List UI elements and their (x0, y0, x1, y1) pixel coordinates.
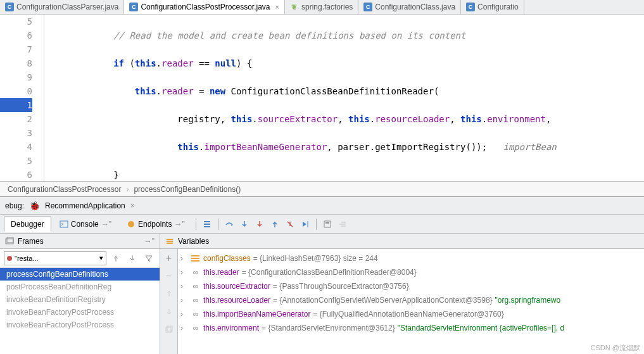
force-step-into-button[interactable] (253, 217, 267, 231)
object-icon: ∞ (191, 310, 201, 319)
expand-icon[interactable]: › (180, 321, 188, 335)
svg-rect-7 (166, 327, 171, 332)
close-icon[interactable]: × (130, 201, 135, 210)
code-area[interactable]: // Read the model and create bean defini… (44, 15, 644, 181)
variable-row[interactable]: ›∞this.reader = {ConfigurationClassBeanD… (180, 265, 641, 279)
close-icon[interactable]: × (275, 3, 279, 11)
watermark: CSDN @流烟默 (591, 343, 640, 353)
tab-label: spring.factories (301, 3, 353, 11)
frames-list[interactable]: processConfigBeanDefinitions postProcess… (0, 268, 160, 354)
variables-title: Variables (160, 234, 644, 249)
svg-point-1 (128, 221, 134, 227)
chevron-right-icon: › (126, 185, 129, 194)
drop-frame-button[interactable] (283, 217, 297, 231)
svg-rect-0 (60, 221, 68, 227)
line-num: 0 (0, 84, 32, 98)
expand-icon[interactable]: › (180, 251, 188, 265)
line-num: 7 (0, 42, 32, 56)
svg-rect-3 (324, 221, 331, 227)
line-num: 5 (0, 154, 32, 168)
svg-rect-4 (325, 222, 329, 224)
frame-item[interactable]: invokeBeanFactoryPostProcess (0, 319, 160, 331)
line-num: 5 (0, 15, 32, 28)
frame-item[interactable]: processConfigBeanDefinitions (0, 268, 160, 281)
trace-button[interactable] (336, 217, 350, 231)
breadcrumb-method[interactable]: processConfigBeanDefinitions() (134, 185, 241, 194)
frame-item[interactable]: invokeBeanDefinitionRegistry (0, 293, 160, 306)
breadcrumb-class[interactable]: ConfigurationClassPostProcessor (8, 185, 121, 194)
evaluate-button[interactable] (320, 217, 334, 231)
tab-label: ConfigurationClassPostProcessor.java (141, 3, 270, 11)
frames-pane: Frames →" "resta...▾ processConfigBeanDe… (0, 234, 160, 354)
tab-console[interactable]: Console→" (53, 217, 118, 232)
breadcrumb[interactable]: ConfigurationClassPostProcessor › proces… (0, 181, 644, 196)
run-config-name[interactable]: RecommendApplication (45, 201, 125, 210)
prev-frame-button[interactable] (109, 251, 123, 265)
java-class-icon: C (466, 3, 475, 11)
next-frame-button[interactable] (125, 251, 139, 265)
frame-item[interactable]: invokeBeanFactoryPostProcess (0, 306, 160, 319)
console-icon (60, 220, 68, 229)
java-class-icon: C (129, 3, 138, 11)
variable-row[interactable]: ›∞this.importBeanNameGenerator = {FullyQ… (180, 307, 641, 321)
collection-icon (191, 254, 201, 263)
tab-3[interactable]: CConfigurationClass.java (358, 0, 461, 14)
chevron-down-icon: ▾ (99, 254, 103, 262)
variable-row[interactable]: ›∞this.sourceExtractor = {PassThroughSou… (180, 279, 641, 293)
tab-1[interactable]: CConfigurationClassPostProcessor.java× (124, 0, 285, 14)
debug-titlebar: ebug: 🐞 RecommendApplication × (0, 196, 644, 214)
add-watch-button[interactable]: + (162, 251, 176, 265)
endpoint-icon (127, 220, 136, 229)
frames-toolbar: "resta...▾ (0, 249, 160, 268)
move-up-button[interactable] (162, 287, 176, 301)
threads-button[interactable] (200, 217, 214, 231)
object-icon: ∞ (191, 268, 201, 277)
expand-icon[interactable]: › (180, 307, 188, 321)
tab-0[interactable]: CConfigurationClassParser.java (0, 0, 124, 14)
bug-icon: 🐞 (29, 201, 40, 211)
variable-row[interactable]: ›configClasses = {LinkedHashSet@7963} si… (180, 251, 641, 265)
line-num: 8 (0, 56, 32, 70)
svg-rect-6 (7, 237, 13, 243)
debug-panes: Frames →" "resta...▾ processConfigBeanDe… (0, 233, 644, 354)
tab-endpoints[interactable]: Endpoints→" (120, 217, 192, 232)
tab-label: ConfigurationClass.java (375, 3, 455, 11)
step-into-button[interactable] (237, 217, 251, 231)
duplicate-button[interactable] (162, 322, 176, 336)
filter-button[interactable] (142, 251, 156, 265)
variables-list[interactable]: ›configClasses = {LinkedHashSet@7963} si… (178, 249, 644, 354)
run-to-cursor-button[interactable] (298, 217, 312, 231)
step-over-button[interactable] (222, 217, 236, 231)
line-num: 2 (0, 112, 32, 126)
svg-rect-8 (167, 326, 172, 331)
move-down-button[interactable] (162, 305, 176, 319)
remove-watch-button[interactable]: − (162, 269, 176, 283)
thread-selector[interactable]: "resta...▾ (4, 251, 106, 265)
variables-icon (165, 237, 174, 246)
object-icon: ∞ (191, 296, 201, 305)
frame-item[interactable]: postProcessBeanDefinitionReg (0, 281, 160, 293)
expand-icon[interactable]: › (180, 279, 188, 293)
variable-row[interactable]: ›∞this.environment = {StandardServletEnv… (180, 321, 641, 335)
line-num: 6 (0, 168, 32, 181)
frames-icon (5, 237, 14, 246)
comment: // Read the model and create bean defini… (113, 30, 465, 41)
breakpoint-dot-icon (7, 256, 12, 261)
variable-row[interactable]: ›∞this.resourceLoader = {AnnotationConfi… (180, 293, 641, 307)
debug-label: ebug: (5, 201, 24, 210)
object-icon: ∞ (191, 282, 201, 291)
tab-label: ConfigurationClassParser.java (16, 3, 118, 11)
frames-title: Frames →" (0, 234, 160, 249)
line-num: 9 (0, 70, 32, 84)
debugger-tabs: Debugger Console→" Endpoints→" (0, 214, 644, 233)
tab-debugger[interactable]: Debugger (4, 217, 51, 232)
tab-label: Configuratio (477, 3, 519, 11)
tab-4[interactable]: CConfiguratio (461, 0, 524, 14)
line-num: 3 (0, 126, 32, 140)
expand-icon[interactable]: › (180, 265, 188, 279)
step-out-button[interactable] (268, 217, 282, 231)
expand-icon[interactable]: › (180, 293, 188, 307)
code-editor[interactable]: 5 6 7 8 9 0 1 2 3 4 5 6 // Read the mode… (0, 15, 644, 181)
java-class-icon: C (363, 3, 372, 11)
tab-2[interactable]: ❦spring.factories (285, 0, 358, 14)
